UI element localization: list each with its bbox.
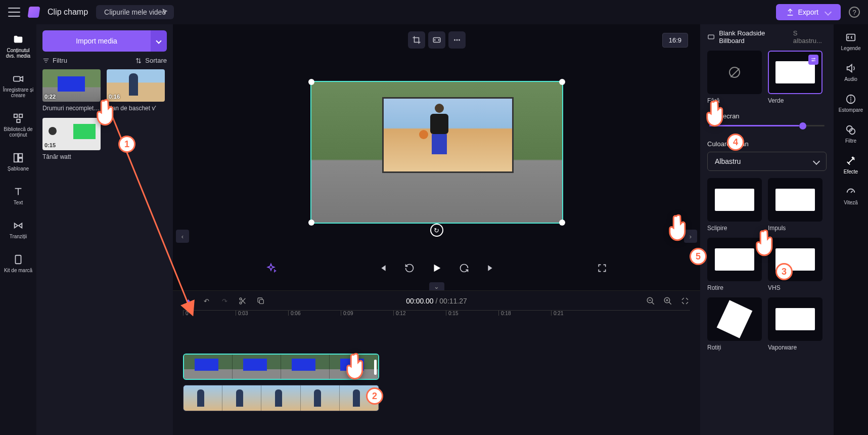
effect-impuls[interactable] — [768, 178, 823, 222]
scissors-icon — [239, 297, 247, 305]
timeline-clip[interactable] — [183, 354, 379, 380]
split-button[interactable] — [238, 296, 248, 306]
svg-rect-7 — [16, 255, 21, 264]
screencolor-dropdown[interactable]: Albastru — [707, 152, 827, 171]
fade-icon — [845, 94, 856, 105]
svg-rect-2 — [19, 114, 22, 117]
timeline-clip[interactable] — [183, 385, 379, 411]
rail-audio[interactable]: Audio — [844, 62, 857, 82]
sort-button[interactable]: Sortare — [135, 57, 167, 64]
rail-captions[interactable]: Legende — [841, 31, 861, 51]
crop-button[interactable] — [408, 31, 425, 49]
skip-end-button[interactable] — [484, 261, 498, 275]
undo-button[interactable]: ↶ — [201, 296, 211, 306]
clip-trim-handle[interactable] — [374, 360, 377, 375]
preview-canvas[interactable]: ↻ — [310, 81, 563, 224]
rail-effects[interactable]: Efecte — [844, 155, 858, 175]
effect-vaporware[interactable] — [768, 297, 823, 341]
zoom-in-button[interactable] — [663, 296, 673, 306]
rail-fade[interactable]: Estompare — [839, 93, 863, 113]
more-button[interactable] — [448, 31, 466, 49]
filter-button[interactable]: Filtru — [42, 57, 67, 64]
effect-green-screen[interactable] — [768, 51, 823, 94]
dots-icon — [452, 35, 462, 45]
media-duration: 0:15 — [44, 142, 56, 148]
timeline-ruler[interactable]: 0 0:03 0:06 0:09 0:12 0:15 0:18 0:21 — [183, 310, 690, 323]
effect-label: Rotiți — [707, 344, 762, 351]
captions-icon — [845, 32, 856, 43]
resize-handle[interactable] — [308, 220, 314, 226]
adjust-effect-button[interactable] — [808, 55, 818, 65]
import-media-button[interactable]: Import media — [42, 30, 151, 52]
redo-button[interactable]: ↷ — [219, 296, 230, 306]
document-name[interactable]: Clipurile mele video — [96, 5, 174, 19]
media-item[interactable]: 0:15 Tânăr watt — [42, 118, 101, 160]
filters-icon — [845, 124, 856, 136]
import-media-dropdown[interactable] — [151, 30, 167, 52]
rail-library[interactable]: Bibliotecă de conținut — [0, 110, 36, 140]
left-rail: Conținutul dvs. media Înregistrare și cr… — [0, 24, 36, 435]
rail-brandkit[interactable]: Kit de marcă — [0, 251, 36, 275]
media-duration: 0:16 — [109, 94, 120, 100]
right-rail: Legende Audio Estompare Filtre Efecte Vi… — [834, 24, 868, 435]
play-button[interactable] — [430, 261, 444, 275]
svg-rect-5 — [19, 154, 22, 157]
resize-handle[interactable] — [308, 79, 314, 85]
effect-label: VHS — [768, 284, 823, 291]
threshold-slider[interactable] — [709, 125, 825, 132]
menu-icon[interactable] — [8, 8, 20, 17]
filter-icon — [42, 57, 50, 64]
effects-panel: Blank Roadside Billboard S albastru... F… — [700, 24, 834, 435]
folder-icon — [13, 34, 24, 45]
collapse-timeline[interactable]: ⌄ — [429, 282, 444, 290]
copy-button[interactable] — [256, 296, 266, 306]
media-item[interactable]: 0:22 Drumuri necompletete — [42, 69, 101, 112]
seek-fwd-button[interactable] — [457, 261, 471, 275]
media-thumbnail[interactable]: 0:15 — [42, 118, 101, 150]
export-button[interactable]: Export — [776, 4, 841, 20]
threshold-label: Prag ecran — [707, 112, 827, 120]
rail-templates[interactable]: Șabloane — [0, 150, 36, 173]
seek-fwd-icon — [459, 263, 469, 273]
effect-sclipire[interactable] — [707, 178, 762, 222]
effect-rotire[interactable] — [707, 238, 762, 281]
library-icon — [13, 113, 24, 124]
replay-icon[interactable]: ↻ — [430, 224, 443, 237]
ai-button[interactable] — [264, 261, 278, 275]
media-thumbnail[interactable]: 0:16 — [107, 69, 165, 102]
rail-text[interactable]: Text — [0, 184, 36, 207]
effect-rotiti[interactable] — [707, 297, 762, 341]
zoom-out-button[interactable] — [646, 296, 656, 306]
rail-transitions[interactable]: Tranziții — [0, 218, 36, 241]
svg-rect-1 — [14, 114, 17, 117]
rail-filters[interactable]: Filtre — [845, 124, 857, 144]
svg-point-9 — [454, 39, 455, 41]
zoom-fit-button[interactable] — [680, 296, 690, 306]
aspect-ratio[interactable]: 16:9 — [662, 33, 688, 48]
tutorial-step-badge: 3 — [775, 263, 793, 280]
fullscreen-button[interactable] — [595, 261, 609, 275]
app-logo — [27, 7, 40, 18]
media-title: Tânăr watt — [42, 153, 101, 160]
skip-start-button[interactable] — [375, 261, 389, 275]
svg-point-10 — [456, 39, 458, 41]
effect-none[interactable] — [707, 51, 762, 94]
seek-back-button[interactable] — [402, 261, 417, 275]
playback-time: 00:00.00 / 00:11.27 — [406, 297, 467, 305]
camera-icon — [13, 73, 24, 84]
breadcrumb-clip[interactable]: Blank Roadside Billboard — [719, 29, 789, 45]
zoom-fit-icon — [680, 296, 690, 306]
svg-rect-4 — [14, 154, 18, 162]
resize-handle[interactable] — [559, 79, 565, 85]
rail-media[interactable]: Conținutul dvs. media — [0, 31, 36, 61]
copy-icon — [257, 297, 265, 305]
resize-handle[interactable] — [559, 220, 565, 226]
rail-speed[interactable]: Viteză — [844, 186, 858, 205]
slider-knob[interactable] — [799, 122, 806, 129]
rail-record[interactable]: Înregistrare și creare — [0, 71, 36, 100]
help-icon[interactable]: ? — [849, 7, 860, 18]
text-icon — [13, 186, 24, 197]
fit-button[interactable] — [428, 31, 445, 49]
tutorial-step-badge: 4 — [727, 134, 744, 151]
media-thumbnail[interactable]: 0:22 — [42, 69, 101, 102]
